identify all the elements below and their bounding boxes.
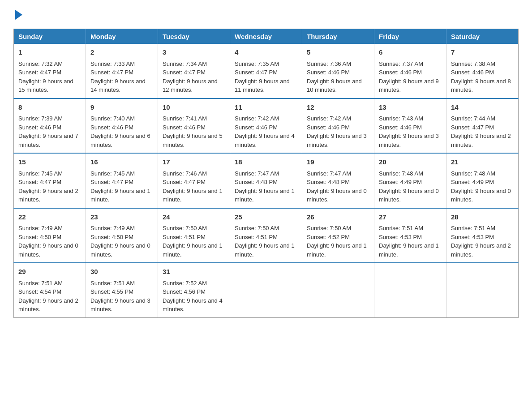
- day-daylight: Daylight: 9 hours and 1 minute.: [163, 188, 223, 203]
- day-sunrise: Sunrise: 7:45 AM: [90, 170, 135, 177]
- day-cell: 9Sunrise: 7:40 AMSunset: 4:46 PMDaylight…: [86, 98, 158, 154]
- day-cell: 21Sunrise: 7:48 AMSunset: 4:49 PMDayligh…: [446, 153, 519, 208]
- day-sunset: Sunset: 4:47 PM: [235, 69, 278, 76]
- day-sunset: Sunset: 4:49 PM: [379, 179, 422, 185]
- day-sunset: Sunset: 4:46 PM: [379, 69, 422, 76]
- day-number: 6: [379, 47, 442, 58]
- day-sunset: Sunset: 4:47 PM: [451, 124, 494, 131]
- day-sunset: Sunset: 4:46 PM: [235, 124, 278, 131]
- day-sunrise: Sunrise: 7:52 AM: [163, 280, 207, 287]
- day-daylight: Daylight: 9 hours and 1 minute.: [235, 242, 295, 258]
- day-daylight: Daylight: 9 hours and 1 minute.: [307, 242, 367, 258]
- day-sunrise: Sunrise: 7:47 AM: [235, 170, 279, 177]
- day-cell: 19Sunrise: 7:47 AMSunset: 4:48 PMDayligh…: [302, 153, 374, 208]
- week-row-4: 22Sunrise: 7:49 AMSunset: 4:50 PMDayligh…: [14, 208, 519, 263]
- day-sunrise: Sunrise: 7:49 AM: [90, 225, 135, 231]
- day-sunrise: Sunrise: 7:49 AM: [18, 225, 63, 231]
- day-sunset: Sunset: 4:55 PM: [90, 288, 133, 295]
- day-number: 10: [163, 103, 225, 113]
- column-header-sunday: Sunday: [14, 29, 86, 44]
- day-sunrise: Sunrise: 7:45 AM: [18, 170, 63, 177]
- day-sunset: Sunset: 4:51 PM: [235, 234, 278, 240]
- day-number: 2: [90, 47, 153, 58]
- day-sunset: Sunset: 4:46 PM: [451, 69, 494, 76]
- day-daylight: Daylight: 9 hours and 3 minutes.: [90, 297, 150, 313]
- day-cell: 30Sunrise: 7:51 AMSunset: 4:55 PMDayligh…: [86, 263, 158, 317]
- day-cell: [230, 263, 302, 317]
- day-sunset: Sunset: 4:47 PM: [90, 179, 133, 185]
- day-number: 27: [379, 212, 442, 223]
- day-cell: 25Sunrise: 7:50 AMSunset: 4:51 PMDayligh…: [230, 208, 302, 263]
- day-sunset: Sunset: 4:56 PM: [163, 288, 206, 295]
- day-daylight: Daylight: 9 hours and 12 minutes.: [163, 78, 218, 94]
- day-daylight: Daylight: 9 hours and 14 minutes.: [90, 78, 146, 94]
- day-cell: 23Sunrise: 7:49 AMSunset: 4:50 PMDayligh…: [86, 208, 158, 263]
- column-header-friday: Friday: [374, 29, 446, 44]
- day-cell: 20Sunrise: 7:48 AMSunset: 4:49 PMDayligh…: [374, 153, 446, 208]
- day-sunrise: Sunrise: 7:44 AM: [451, 115, 495, 122]
- day-sunrise: Sunrise: 7:48 AM: [379, 170, 423, 177]
- day-number: 4: [235, 47, 297, 58]
- day-daylight: Daylight: 9 hours and 0 minutes.: [307, 188, 367, 203]
- day-cell: 13Sunrise: 7:43 AMSunset: 4:46 PMDayligh…: [374, 98, 446, 154]
- day-sunrise: Sunrise: 7:42 AM: [307, 115, 351, 122]
- day-sunset: Sunset: 4:50 PM: [18, 234, 61, 240]
- day-number: 31: [163, 267, 225, 277]
- day-cell: 28Sunrise: 7:51 AMSunset: 4:53 PMDayligh…: [446, 208, 519, 263]
- day-sunset: Sunset: 4:49 PM: [451, 179, 494, 185]
- day-daylight: Daylight: 9 hours and 1 minute.: [235, 188, 295, 203]
- day-cell: 10Sunrise: 7:41 AMSunset: 4:46 PMDayligh…: [158, 98, 230, 154]
- day-sunrise: Sunrise: 7:43 AM: [379, 115, 423, 122]
- day-cell: 16Sunrise: 7:45 AMSunset: 4:47 PMDayligh…: [86, 153, 158, 208]
- day-cell: 17Sunrise: 7:46 AMSunset: 4:47 PMDayligh…: [158, 153, 230, 208]
- day-number: 9: [90, 103, 153, 113]
- day-daylight: Daylight: 9 hours and 2 minutes.: [451, 242, 511, 258]
- day-sunrise: Sunrise: 7:47 AM: [307, 170, 351, 177]
- day-number: 18: [235, 157, 297, 167]
- day-cell: 29Sunrise: 7:51 AMSunset: 4:54 PMDayligh…: [14, 263, 86, 317]
- day-number: 28: [451, 212, 514, 223]
- day-daylight: Daylight: 9 hours and 3 minutes.: [379, 133, 439, 148]
- day-daylight: Daylight: 9 hours and 5 minutes.: [163, 133, 223, 148]
- day-sunrise: Sunrise: 7:40 AM: [90, 115, 135, 122]
- day-sunrise: Sunrise: 7:51 AM: [90, 280, 135, 287]
- column-header-saturday: Saturday: [446, 29, 519, 44]
- day-daylight: Daylight: 9 hours and 2 minutes.: [18, 297, 78, 313]
- day-number: 22: [18, 212, 81, 223]
- day-cell: 5Sunrise: 7:36 AMSunset: 4:46 PMDaylight…: [302, 44, 374, 98]
- day-cell: 14Sunrise: 7:44 AMSunset: 4:47 PMDayligh…: [446, 98, 519, 154]
- day-cell: 3Sunrise: 7:34 AMSunset: 4:47 PMDaylight…: [158, 44, 230, 98]
- page-header: [13, 9, 519, 20]
- calendar-table: SundayMondayTuesdayWednesdayThursdayFrid…: [13, 29, 519, 318]
- day-daylight: Daylight: 9 hours and 1 minute.: [90, 188, 150, 203]
- column-header-monday: Monday: [86, 29, 158, 44]
- day-cell: [302, 263, 374, 317]
- day-sunrise: Sunrise: 7:50 AM: [235, 225, 279, 231]
- day-sunset: Sunset: 4:53 PM: [451, 234, 494, 240]
- day-sunset: Sunset: 4:47 PM: [163, 69, 206, 76]
- day-daylight: Daylight: 9 hours and 9 minutes.: [379, 78, 439, 94]
- day-cell: [446, 263, 519, 317]
- day-number: 12: [307, 103, 369, 113]
- logo-triangle-icon: [15, 10, 22, 20]
- day-daylight: Daylight: 9 hours and 0 minutes.: [18, 242, 78, 258]
- day-sunset: Sunset: 4:53 PM: [379, 234, 422, 240]
- column-header-wednesday: Wednesday: [230, 29, 302, 44]
- day-daylight: Daylight: 9 hours and 0 minutes.: [451, 188, 511, 203]
- day-number: 14: [451, 103, 514, 113]
- day-number: 30: [90, 267, 153, 277]
- day-sunset: Sunset: 4:48 PM: [235, 179, 278, 185]
- day-cell: 22Sunrise: 7:49 AMSunset: 4:50 PMDayligh…: [14, 208, 86, 263]
- day-sunrise: Sunrise: 7:37 AM: [379, 60, 423, 67]
- day-cell: 31Sunrise: 7:52 AMSunset: 4:56 PMDayligh…: [158, 263, 230, 317]
- day-number: 13: [379, 103, 442, 113]
- day-cell: 24Sunrise: 7:50 AMSunset: 4:51 PMDayligh…: [158, 208, 230, 263]
- day-cell: 11Sunrise: 7:42 AMSunset: 4:46 PMDayligh…: [230, 98, 302, 154]
- day-sunset: Sunset: 4:46 PM: [379, 124, 422, 131]
- day-number: 26: [307, 212, 369, 223]
- day-sunrise: Sunrise: 7:42 AM: [235, 115, 279, 122]
- day-cell: [374, 263, 446, 317]
- day-cell: 4Sunrise: 7:35 AMSunset: 4:47 PMDaylight…: [230, 44, 302, 98]
- day-number: 23: [90, 212, 153, 223]
- day-daylight: Daylight: 9 hours and 10 minutes.: [307, 78, 362, 94]
